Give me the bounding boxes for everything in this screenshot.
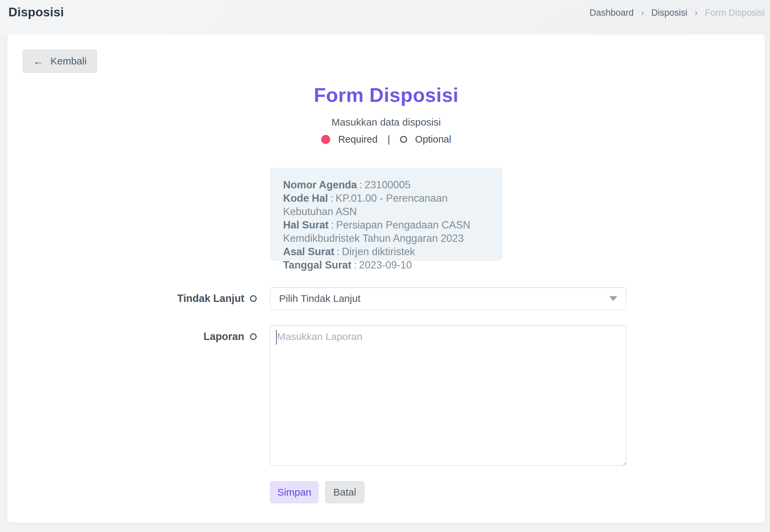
page-title: Disposisi bbox=[8, 5, 64, 19]
field-label-laporan: Laporan bbox=[7, 325, 257, 348]
optional-indicator-icon bbox=[250, 295, 257, 302]
legend: Required | Optional bbox=[7, 134, 765, 145]
back-button[interactable]: ← Kembali bbox=[23, 49, 97, 73]
optional-label: Optional bbox=[415, 134, 451, 145]
field-label-text: Laporan bbox=[204, 331, 244, 343]
breadcrumb: Dashboard › Disposisi › Form Disposisi bbox=[590, 8, 765, 18]
info-label: Hal Surat bbox=[283, 219, 329, 231]
laporan-field bbox=[270, 325, 626, 466]
optional-indicator-icon bbox=[250, 333, 257, 340]
info-row-asal-surat: Asal Surat:Dirjen diktiristek bbox=[283, 245, 493, 258]
optional-circle-icon bbox=[400, 136, 407, 143]
info-label: Asal Surat bbox=[283, 246, 334, 257]
field-label-tindak-lanjut: Tindak Lanjut bbox=[7, 287, 257, 310]
tindak-lanjut-select[interactable]: Pilih Tindak Lanjut bbox=[270, 287, 626, 310]
info-row-hal-surat: Hal Surat:Persiapan Pengadaan CASN Kemdi… bbox=[283, 218, 493, 245]
chevron-down-icon bbox=[609, 296, 617, 301]
cancel-button[interactable]: Batal bbox=[325, 481, 364, 503]
laporan-textarea[interactable] bbox=[270, 325, 626, 466]
back-button-label: Kembali bbox=[50, 55, 87, 67]
form-title: Form Disposisi bbox=[7, 84, 765, 107]
breadcrumb-item-form-disposisi: Form Disposisi bbox=[705, 8, 765, 18]
top-header: Disposisi Dashboard › Disposisi › Form D… bbox=[0, 0, 770, 34]
required-label: Required bbox=[338, 134, 378, 145]
info-label: Nomor Agenda bbox=[283, 179, 357, 191]
breadcrumb-separator-icon: › bbox=[641, 8, 644, 18]
info-value: 23100005 bbox=[365, 179, 411, 191]
info-row-kode-hal: Kode Hal:KP.01.00 - Perencanaan Kebutuha… bbox=[283, 192, 493, 218]
field-label-text: Tindak Lanjut bbox=[177, 293, 244, 305]
info-row-nomor-agenda: Nomor Agenda:23100005 bbox=[283, 178, 493, 192]
select-value: Pilih Tindak Lanjut bbox=[279, 293, 361, 304]
letter-info-box: Nomor Agenda:23100005 Kode Hal:KP.01.00 … bbox=[270, 168, 503, 261]
form-card: ← Kembali Form Disposisi Masukkan data d… bbox=[7, 34, 765, 523]
info-value: 2023-09-10 bbox=[359, 259, 412, 271]
info-row-tanggal-surat: Tanggal Surat:2023-09-10 bbox=[283, 258, 493, 272]
breadcrumb-item-dashboard[interactable]: Dashboard bbox=[590, 8, 634, 18]
arrow-left-icon: ← bbox=[33, 56, 44, 66]
legend-separator: | bbox=[386, 134, 392, 145]
info-label: Tanggal Surat bbox=[283, 259, 351, 271]
info-label: Kode Hal bbox=[283, 192, 328, 204]
required-dot-icon bbox=[321, 135, 330, 144]
form-subtitle: Masukkan data disposisi bbox=[7, 117, 765, 128]
form-actions: Simpan Batal bbox=[270, 481, 364, 503]
save-button[interactable]: Simpan bbox=[270, 481, 318, 503]
breadcrumb-item-disposisi[interactable]: Disposisi bbox=[651, 8, 687, 18]
breadcrumb-separator-icon: › bbox=[695, 8, 698, 18]
info-value: Dirjen diktiristek bbox=[342, 246, 415, 257]
